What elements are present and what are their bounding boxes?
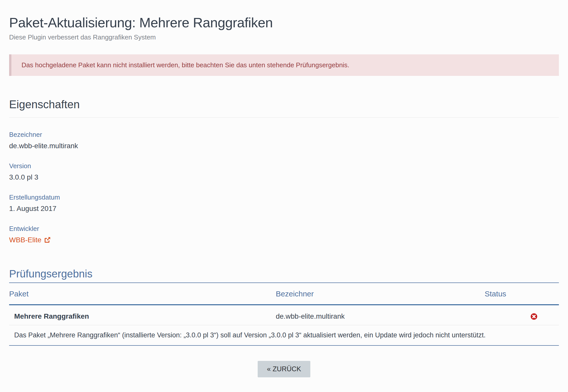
validation-message: Das Paket „Mehrere Ranggrafiken“ (instal… [9, 325, 559, 346]
form-footer: « ZURÜCK [9, 361, 559, 377]
field-value-erstellungsdatum: 1. August 2017 [9, 205, 559, 213]
back-button[interactable]: « ZURÜCK [258, 361, 310, 377]
field-value-version: 3.0.0 pl 3 [9, 173, 559, 181]
section-properties-title: Eigenschaften [9, 98, 559, 111]
table-header-row: Paket Bezeichner Status [9, 283, 559, 305]
section-validation: Prüfungsergebnis Paket Bezeichner Status… [9, 268, 559, 346]
page-subtitle: Diese Plugin verbessert das Ranggrafiken… [9, 33, 559, 41]
column-header-bezeichner: Bezeichner [276, 283, 484, 305]
properties-list: Bezeichner de.wbb-elite.multirank Versio… [9, 131, 559, 244]
column-header-paket: Paket [9, 283, 276, 305]
table-row: Mehrere Ranggrafiken de.wbb-elite.multir… [9, 305, 559, 325]
section-divider [9, 117, 559, 118]
column-header-status: Status [485, 283, 559, 305]
content-header: Paket-Aktualisierung: Mehrere Ranggrafik… [9, 15, 559, 41]
field-label-version: Version [9, 162, 559, 170]
external-link-icon [44, 237, 51, 243]
section-properties: Eigenschaften Bezeichner de.wbb-elite.mu… [9, 98, 559, 244]
developer-link[interactable]: WBB-Elite [9, 236, 51, 244]
validation-table: Paket Bezeichner Status Mehrere Ranggraf… [9, 282, 559, 346]
page-title: Paket-Aktualisierung: Mehrere Ranggrafik… [9, 15, 559, 30]
cell-package-name: Mehrere Ranggrafiken [9, 305, 276, 325]
field-label-entwickler: Entwickler [9, 225, 559, 233]
section-validation-title: Prüfungsergebnis [9, 268, 559, 280]
field-label-bezeichner: Bezeichner [9, 131, 559, 139]
field-value-bezeichner: de.wbb-elite.multirank [9, 142, 559, 150]
cell-package-identifier: de.wbb-elite.multirank [276, 305, 484, 325]
error-message-text: Das hochgeladene Paket kann nicht instal… [22, 61, 349, 69]
field-label-erstellungsdatum: Erstellungsdatum [9, 193, 559, 201]
field-value-entwickler: WBB-Elite [9, 236, 559, 244]
developer-link-label: WBB-Elite [9, 236, 42, 244]
table-message-row: Das Paket „Mehrere Ranggrafiken“ (instal… [9, 325, 559, 346]
times-circle-icon [485, 313, 537, 320]
error-message-box: Das hochgeladene Paket kann nicht instal… [9, 54, 559, 76]
cell-status [485, 305, 559, 325]
page: Paket-Aktualisierung: Mehrere Ranggrafik… [0, 15, 568, 377]
